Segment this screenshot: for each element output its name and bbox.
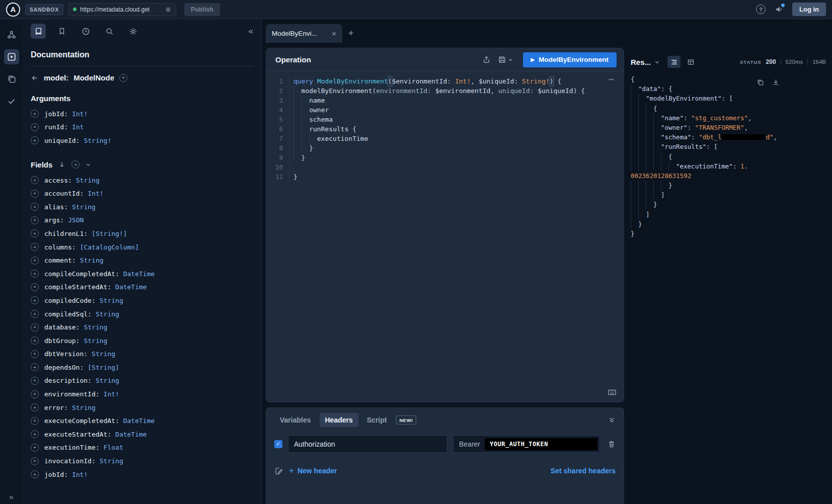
field-type[interactable]: String!	[84, 137, 111, 144]
header-key-input[interactable]	[288, 435, 447, 453]
endpoint-url[interactable]: https://metadata.cloud.get	[80, 6, 161, 13]
new-tab-icon[interactable]: +	[348, 28, 354, 39]
code-line[interactable]: 6runResults {	[266, 124, 624, 134]
add-to-query-icon[interactable]: +	[31, 363, 39, 371]
graph-icon[interactable]	[4, 27, 19, 42]
field-type[interactable]: DateTime	[115, 431, 147, 438]
add-to-query-icon[interactable]: +	[31, 257, 39, 265]
tab-script[interactable]: Script	[361, 413, 393, 427]
add-to-query-icon[interactable]: +	[31, 403, 39, 411]
field-type[interactable]: Int	[72, 123, 84, 131]
add-to-query-icon[interactable]: +	[31, 390, 39, 398]
field-type[interactable]: String	[84, 337, 107, 345]
field-type[interactable]: [String]	[88, 364, 119, 371]
auth-token-value[interactable]: YOUR_AUTH_TOKEN	[485, 438, 597, 450]
code-line[interactable]: 9}	[266, 153, 624, 162]
share-icon[interactable]	[482, 55, 491, 64]
field-type[interactable]: Int!	[88, 190, 103, 197]
code-line[interactable]: 2modelByEnvironment(environmentId: $envi…	[266, 86, 624, 96]
collections-icon[interactable]	[4, 71, 19, 87]
add-to-query-icon[interactable]: +	[31, 190, 39, 198]
set-shared-headers-link[interactable]: Set shared headers	[551, 467, 616, 475]
field-type[interactable]: Int!	[72, 110, 88, 118]
connection-settings-gear-icon[interactable]	[165, 6, 172, 13]
add-to-query-icon[interactable]: +	[31, 243, 39, 251]
code-line[interactable]: 11}	[266, 172, 624, 182]
chevron-down-icon[interactable]	[86, 162, 91, 167]
field-type[interactable]: String	[100, 297, 123, 304]
code-line[interactable]: 4owner	[266, 105, 624, 115]
field-type[interactable]: String	[100, 457, 123, 465]
help-icon[interactable]: ?	[756, 5, 766, 14]
collapse-panel-icon[interactable]	[608, 416, 616, 424]
header-enabled-checkbox[interactable]: ✓	[274, 440, 282, 448]
field-type[interactable]: DateTime	[123, 417, 155, 425]
add-to-query-icon[interactable]: +	[31, 176, 39, 184]
documentation-icon[interactable]	[31, 24, 46, 39]
endpoint-url-pill[interactable]: https://metadata.cloud.get	[68, 3, 176, 16]
add-to-query-icon[interactable]: +	[31, 350, 39, 358]
copy-response-icon[interactable]	[757, 78, 764, 86]
code-line[interactable]: 10	[266, 162, 624, 172]
announcements-button[interactable]	[775, 5, 783, 14]
add-to-query-icon[interactable]: +	[31, 457, 39, 465]
add-to-query-icon[interactable]: +	[31, 417, 39, 425]
add-to-query-icon[interactable]: +	[31, 283, 39, 291]
response-title[interactable]: Res...	[631, 58, 651, 66]
add-to-query-icon[interactable]: +	[31, 337, 39, 345]
settings-icon[interactable]	[125, 24, 140, 39]
save-button[interactable]	[498, 55, 513, 64]
field-type[interactable]: JSON	[68, 216, 84, 224]
add-type-icon[interactable]: +	[119, 74, 127, 82]
keyboard-shortcuts-icon[interactable]	[608, 388, 617, 397]
code-line[interactable]: 8}	[266, 143, 624, 153]
add-to-query-icon[interactable]: +	[31, 123, 39, 131]
explorer-icon[interactable]	[4, 49, 19, 64]
bookmark-icon[interactable]	[54, 24, 69, 39]
code-line[interactable]: 5schema	[266, 115, 624, 124]
tab-variables[interactable]: Variables	[274, 413, 317, 427]
response-menu-chevron-icon[interactable]	[654, 59, 660, 65]
add-to-query-icon[interactable]: +	[31, 377, 39, 385]
field-type[interactable]: String	[72, 404, 96, 411]
delete-header-icon[interactable]	[608, 440, 616, 448]
search-icon[interactable]	[102, 24, 117, 39]
download-response-icon[interactable]	[772, 78, 780, 86]
apollo-logo-icon[interactable]: A	[6, 3, 20, 17]
add-to-query-icon[interactable]: +	[31, 216, 39, 224]
add-to-query-icon[interactable]: +	[31, 296, 39, 304]
save-menu-chevron-icon[interactable]	[508, 57, 513, 62]
field-type[interactable]: Int!	[104, 390, 119, 398]
field-type[interactable]: Int!	[72, 471, 88, 478]
field-type[interactable]: String	[96, 377, 119, 384]
field-type[interactable]: String	[92, 350, 115, 358]
add-to-query-icon[interactable]: +	[31, 136, 39, 144]
checks-icon[interactable]	[4, 94, 19, 109]
code-line[interactable]: 7executionTime	[266, 134, 624, 143]
add-to-query-icon[interactable]: +	[31, 470, 39, 478]
back-arrow-icon[interactable]	[31, 74, 39, 82]
add-all-fields-icon[interactable]: +	[71, 160, 80, 169]
new-header-button[interactable]: + New header	[289, 466, 337, 476]
field-type[interactable]: DateTime	[123, 270, 155, 278]
add-to-query-icon[interactable]: +	[31, 270, 39, 278]
table-view-icon[interactable]	[684, 56, 697, 68]
tab-headers[interactable]: Headers	[320, 413, 358, 427]
expand-rail-icon[interactable]: »	[9, 492, 13, 501]
add-to-query-icon[interactable]: +	[31, 203, 39, 211]
field-type[interactable]: String	[72, 203, 96, 211]
field-type[interactable]: Float	[104, 444, 123, 451]
run-operation-button[interactable]: ▶ ModelByEnvironment	[523, 52, 617, 67]
add-to-query-icon[interactable]: +	[31, 229, 39, 237]
history-icon[interactable]	[78, 24, 93, 39]
publish-button[interactable]: Publish	[184, 3, 220, 16]
field-type[interactable]: DateTime	[115, 283, 147, 291]
operation-menu-icon[interactable]: ⋯	[609, 74, 615, 84]
add-to-query-icon[interactable]: +	[31, 430, 39, 438]
operation-editor[interactable]: 1query ModelByEnvironment($environmentId…	[266, 71, 624, 402]
add-to-query-icon[interactable]: +	[31, 110, 39, 118]
field-type[interactable]: [String!]	[92, 230, 127, 237]
login-button[interactable]: Log in	[792, 3, 826, 16]
formatted-view-icon[interactable]	[667, 56, 680, 68]
add-to-query-icon[interactable]: +	[31, 444, 39, 452]
